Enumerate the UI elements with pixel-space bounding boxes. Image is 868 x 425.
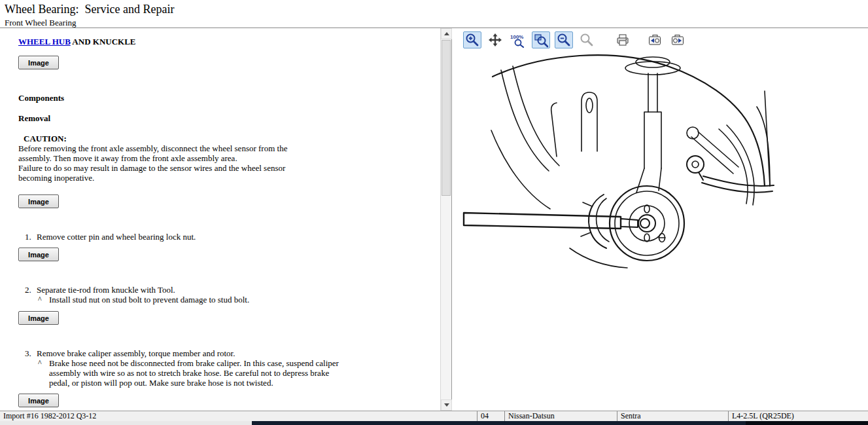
document-content: WHEEL HUB AND KNUCKLE Image Components R… xyxy=(0,28,440,411)
page-subtitle: Front Wheel Bearing xyxy=(5,18,868,28)
zoom-window-button[interactable] xyxy=(532,31,550,48)
wheel-hub-diagram xyxy=(452,52,867,411)
image-button-caution[interactable]: Image xyxy=(18,194,59,208)
step-2-text: Separate tie-rod from knuckle with Tool. xyxy=(37,285,175,295)
diagram-canvas[interactable] xyxy=(452,52,868,411)
image-button-step-3[interactable]: Image xyxy=(18,394,59,407)
note-caret-icon: ^ xyxy=(38,295,49,305)
zoom-in-icon xyxy=(464,32,480,48)
step-3-number: 3. xyxy=(25,348,37,358)
step-2-number: 2. xyxy=(25,285,37,295)
image-button-step-2[interactable]: Image xyxy=(18,311,59,325)
step-3-note: ^ Brake hose need not be disconnected fr… xyxy=(18,358,440,388)
main-split: WHEEL HUB AND KNUCKLE Image Components R… xyxy=(0,28,868,411)
bottom-strip xyxy=(0,421,868,425)
scroll-down-button[interactable] xyxy=(441,399,452,411)
caution-label: CAUTION: xyxy=(18,134,440,143)
status-code: 04 xyxy=(477,411,504,421)
next-image-icon xyxy=(670,32,686,48)
step-1-number: 1. xyxy=(25,232,37,242)
zoom-disabled-button[interactable] xyxy=(578,31,596,48)
zoom-disabled-icon xyxy=(579,32,595,48)
document-panel: WHEEL HUB AND KNUCKLE Image Components R… xyxy=(0,28,452,411)
note-caret-icon: ^ xyxy=(38,358,49,388)
header: Wheel Bearing: Service and Repair Front … xyxy=(0,0,868,28)
zoom-out-button[interactable] xyxy=(555,31,573,48)
vertical-scrollbar[interactable] xyxy=(440,28,451,411)
section-heading: WHEEL HUB AND KNUCKLE xyxy=(18,37,440,46)
arrow-up-icon xyxy=(444,32,449,35)
caution-text-1: Before removing the front axle assembly,… xyxy=(18,143,318,163)
wheel-hub-link[interactable]: WHEEL HUB xyxy=(18,37,71,46)
status-engine: L4-2.5L (QR25DE) xyxy=(728,411,868,421)
previous-image-button[interactable] xyxy=(646,31,664,48)
image-button-components[interactable]: Image xyxy=(18,56,59,69)
svg-text:100%: 100% xyxy=(510,34,523,40)
print-button[interactable] xyxy=(614,31,632,48)
zoom-100-icon: 100% xyxy=(510,32,527,48)
step-3: 3. Remove brake caliper assembly, torque… xyxy=(18,348,440,358)
zoom-100-button[interactable]: 100% xyxy=(509,31,527,48)
page-title: Wheel Bearing: Service and Repair xyxy=(5,3,868,16)
image-viewer-panel: 100% xyxy=(452,28,868,411)
previous-image-icon xyxy=(647,32,663,48)
status-model: Sentra xyxy=(617,411,728,421)
next-image-button[interactable] xyxy=(668,31,687,48)
zoom-out-icon xyxy=(556,32,572,48)
step-2: 2. Separate tie-rod from knuckle with To… xyxy=(18,285,440,295)
scrollbar-thumb[interactable] xyxy=(442,40,451,196)
removal-label: Removal xyxy=(18,113,440,123)
step-3-text: Remove brake caliper assembly, torque me… xyxy=(37,348,235,358)
step-1: 1. Remove cotter pin and wheel bearing l… xyxy=(18,232,440,242)
bottom-strip-navy xyxy=(252,421,746,425)
viewer-toolbar: 100% xyxy=(452,28,868,52)
image-button-step-1[interactable]: Image xyxy=(18,248,59,261)
caution-text-2: Failure to do so may result in damage to… xyxy=(18,163,318,183)
pan-icon xyxy=(487,32,503,48)
section-heading-rest: AND KNUCKLE xyxy=(71,37,136,46)
status-bar: Import #16 1982-2012 Q3-12 04 Nissan-Dat… xyxy=(0,411,868,421)
step-1-text: Remove cotter pin and wheel bearing lock… xyxy=(37,232,196,242)
pan-button[interactable] xyxy=(486,31,504,48)
print-icon xyxy=(615,32,631,48)
step-2-note-text: Install stud nut on stud bolt to prevent… xyxy=(49,295,249,305)
scroll-up-button[interactable] xyxy=(441,28,452,39)
step-3-note-text: Brake hose need not be disconnected from… xyxy=(49,358,340,388)
service-manual-window: Wheel Bearing: Service and Repair Front … xyxy=(0,0,868,425)
bottom-strip-dark xyxy=(746,421,868,425)
step-2-note: ^ Install stud nut on stud bolt to preve… xyxy=(18,295,440,305)
status-make: Nissan-Datsun xyxy=(504,411,617,421)
components-label: Components xyxy=(18,93,440,103)
caution-block: CAUTION: Before removing the front axle … xyxy=(18,134,440,183)
arrow-down-icon xyxy=(444,403,449,407)
status-import-info: Import #16 1982-2012 Q3-12 xyxy=(0,411,477,421)
zoom-window-icon xyxy=(533,32,549,48)
zoom-in-button[interactable] xyxy=(463,31,481,48)
